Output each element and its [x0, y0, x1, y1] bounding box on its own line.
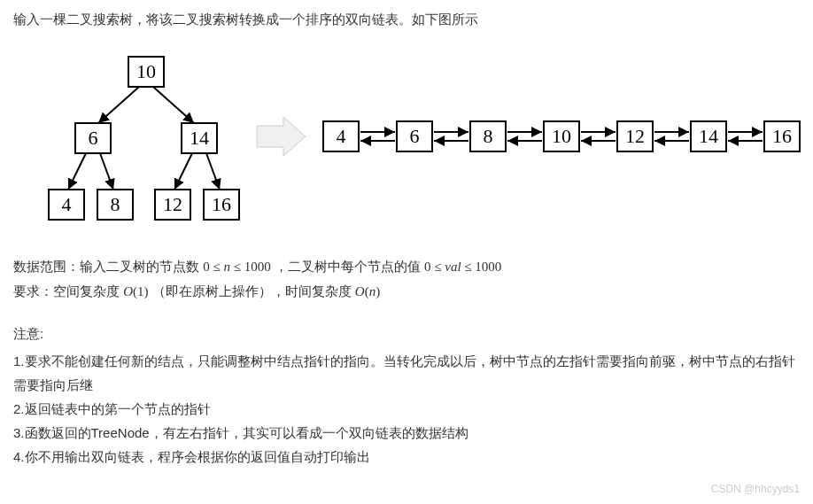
- list-node-2: 8: [484, 125, 493, 147]
- watermark: CSDN @hhcyyds1: [711, 483, 800, 495]
- note-item-1: 1.要求不能创建任何新的结点，只能调整树中结点指针的指向。当转化完成以后，树中节…: [13, 349, 800, 397]
- linked-list-diagram: 4 6 8 10 12 14: [323, 121, 800, 151]
- note-item-3: 3.函数返回的TreeNode，有左右指针，其实可以看成一个双向链表的数据结构: [13, 421, 800, 445]
- note-item-2: 2.返回链表中的第一个节点的指针: [13, 397, 800, 421]
- svg-line-7: [98, 87, 139, 123]
- list-node-3: 10: [552, 125, 571, 147]
- data-range-prefix: 数据范围：输入二叉树的节点数: [13, 259, 203, 274]
- tree-node-root: 10: [136, 60, 156, 82]
- svg-line-12: [206, 153, 220, 190]
- data-range-mid: ，二叉树中每个节点的值: [275, 259, 424, 274]
- dbl-arrow-0: [360, 132, 395, 141]
- tree-node-rl: 12: [163, 193, 182, 215]
- svg-line-8: [153, 87, 194, 123]
- diagram-svg: 10 6 14 4 8 12 16: [40, 48, 801, 225]
- list-node-4: 12: [625, 125, 645, 147]
- req-time: O(n): [355, 284, 380, 299]
- tree-node-l: 6: [89, 127, 98, 149]
- list-node-5: 14: [699, 125, 718, 147]
- dbl-arrow-5: [728, 132, 763, 141]
- tree-node-rr: 16: [212, 193, 231, 215]
- data-range-val: 0 ≤ val ≤ 1000: [424, 260, 501, 274]
- dbl-arrow-4: [654, 132, 689, 141]
- svg-line-10: [100, 153, 113, 190]
- tree-diagram: 10 6 14 4 8 12 16: [49, 57, 239, 220]
- list-node-1: 6: [410, 125, 420, 147]
- note-item-4: 4.你不用输出双向链表，程序会根据你的返回值自动打印输出: [13, 445, 800, 469]
- notes-section: 注意: 1.要求不能创建任何新的结点，只能调整树中结点指针的指向。当转化完成以后…: [13, 322, 800, 469]
- req-space: O(1): [123, 284, 148, 299]
- data-range-n: 0 ≤ n ≤ 1000: [203, 260, 270, 274]
- diagram-container: 10 6 14 4 8 12 16: [40, 48, 800, 228]
- svg-line-11: [174, 153, 192, 190]
- list-node-6: 16: [772, 125, 792, 147]
- tree-node-ll: 4: [62, 193, 72, 215]
- tree-node-r: 14: [190, 127, 209, 149]
- data-range-section: 数据范围：输入二叉树的节点数 0 ≤ n ≤ 1000 ，二叉树中每个节点的值 …: [13, 254, 800, 304]
- transform-arrow-icon: [257, 117, 306, 156]
- requirement-prefix: 要求：空间复杂度: [13, 283, 120, 299]
- svg-line-9: [68, 153, 86, 190]
- list-node-0: 4: [337, 125, 346, 147]
- problem-intro: 输入一棵二叉搜索树，将该二叉搜索树转换成一个排序的双向链表。如下图所示: [13, 9, 800, 30]
- notes-title: 注意:: [13, 322, 800, 345]
- dbl-arrow-2: [507, 132, 542, 141]
- tree-node-lr: 8: [111, 193, 120, 215]
- req-space-note: （即在原树上操作），时间复杂度: [152, 283, 355, 299]
- dbl-arrow-3: [581, 132, 616, 141]
- dbl-arrow-1: [434, 132, 468, 141]
